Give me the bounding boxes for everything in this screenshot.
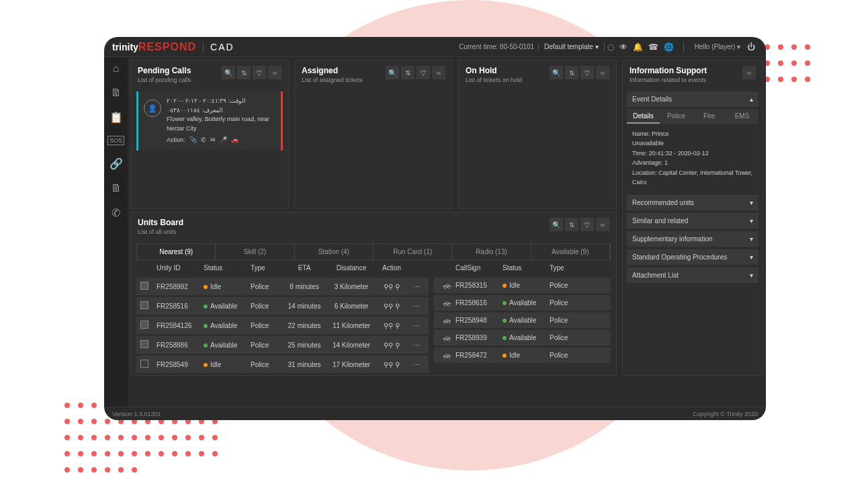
- sort-icon[interactable]: ⇅: [237, 66, 251, 79]
- tab-details[interactable]: Details: [627, 110, 660, 124]
- tab-police[interactable]: Police: [660, 110, 693, 124]
- call-card[interactable]: 👤 الوقت: ٢٠:٤١:٣٩ - ١٢-٠٢-٢٠٢٠ المعرف: ٠…: [136, 91, 283, 151]
- table-row[interactable]: 🚓 FR258616 Available Police: [434, 295, 611, 311]
- locate-icon[interactable]: ⚲: [395, 341, 400, 349]
- bulb-icon[interactable]: ◌: [605, 42, 617, 52]
- table-row[interactable]: 🚓 FR258939 Available Police: [434, 330, 611, 346]
- table-row[interactable]: 🚓 FR258315 Idle Police: [434, 278, 611, 293]
- user-greeting[interactable]: Hello (Player) ▾: [691, 43, 744, 50]
- tab-skill[interactable]: Skill (2): [216, 244, 294, 259]
- tab-radio[interactable]: Radio (13): [452, 244, 531, 259]
- search-icon[interactable]: 🔍: [550, 66, 563, 79]
- tab-fire[interactable]: Fire: [693, 110, 726, 124]
- locate-icon[interactable]: ⚲: [395, 283, 400, 290]
- version: Version 1.3.01301: [112, 411, 161, 417]
- table-row[interactable]: FR258992 Idle Police 8 minutes 3 Kilomet…: [136, 278, 429, 295]
- table-row[interactable]: 🚓 FR258948 Available Police: [434, 313, 611, 328]
- more-icon[interactable]: ⋯: [408, 341, 425, 349]
- more-icon[interactable]: ⋯: [408, 302, 425, 310]
- panel-onhold: On Hold List of tickets on hold 🔍 ⇅ ▽ ‹‹: [458, 60, 617, 209]
- table-row[interactable]: FR258886 Available Police 25 minutes 14 …: [136, 336, 429, 354]
- link-icon[interactable]: 🔗: [110, 157, 123, 170]
- onhold-title: On Hold: [466, 66, 550, 75]
- power-icon[interactable]: ⏻: [744, 42, 758, 52]
- acc-recommended[interactable]: Recommended units▾: [627, 195, 758, 210]
- col-status: Status: [503, 264, 550, 272]
- checkbox[interactable]: [140, 301, 148, 309]
- acc-event[interactable]: Event Details▴: [627, 91, 758, 107]
- checkbox[interactable]: [140, 340, 148, 348]
- attach-icon[interactable]: 📎: [189, 136, 197, 145]
- filter-icon[interactable]: ▽: [580, 66, 594, 79]
- search-icon[interactable]: 🔍: [222, 66, 235, 79]
- acc-attachment[interactable]: Attachment List▾: [627, 268, 758, 283]
- call-address: Flower valley, Butterly main road, near …: [167, 115, 275, 133]
- route-icon[interactable]: ⚲⚲: [384, 361, 393, 368]
- doc-add-icon[interactable]: 🗎: [111, 87, 122, 99]
- assigned-subtitle: List of assigned tickets: [302, 77, 386, 83]
- table-row[interactable]: FR2584126 Available Police 22 minutes 11…: [136, 317, 429, 334]
- logo-cad: CAD: [210, 42, 234, 52]
- call-time: الوقت: ٢٠:٤١:٣٩ - ١٢-٠٢-٢٠٢٠: [167, 97, 275, 106]
- table-row[interactable]: FR258516 Available Police 14 minutes 6 K…: [136, 297, 429, 315]
- sos-icon[interactable]: SOS: [107, 136, 124, 145]
- sort-icon[interactable]: ⇅: [565, 218, 578, 231]
- vehicle-icon[interactable]: 🚗: [231, 136, 238, 145]
- more-icon[interactable]: ⋯: [408, 283, 425, 290]
- table-row[interactable]: FR258549 Idle Police 31 minutes 17 Kilom…: [136, 356, 429, 373]
- filter-icon[interactable]: ▽: [417, 66, 430, 79]
- mail-icon[interactable]: ✉: [210, 136, 216, 145]
- sort-icon[interactable]: ⇅: [401, 66, 415, 79]
- tab-runcard[interactable]: Run Card (1): [374, 244, 452, 259]
- collapse-icon[interactable]: ‹‹: [432, 66, 445, 79]
- filter-icon[interactable]: ▽: [580, 218, 594, 231]
- locate-icon[interactable]: ⚲: [395, 322, 400, 329]
- template-dropdown[interactable]: Default template ▾: [538, 43, 605, 50]
- units-table-right: CallSign Status Type 🚓 FR258315 Idle Pol…: [434, 260, 611, 375]
- doc-export-icon[interactable]: 🗎: [111, 182, 122, 194]
- call-icon[interactable]: ✆: [112, 206, 120, 219]
- collapse-icon[interactable]: ‹‹: [268, 66, 281, 79]
- event-tabs: Details Police Fire EMS: [627, 110, 758, 124]
- route-icon[interactable]: ⚲⚲: [384, 322, 393, 329]
- search-icon[interactable]: 🔍: [550, 218, 563, 231]
- globe-icon[interactable]: 🌐: [661, 42, 677, 52]
- locate-icon[interactable]: ⚲: [395, 361, 400, 368]
- collapse-icon[interactable]: ‹‹: [742, 66, 756, 79]
- checkbox[interactable]: [140, 360, 148, 368]
- chevron-down-icon: ▾: [750, 253, 753, 261]
- sort-icon[interactable]: ⇅: [565, 66, 578, 79]
- collapse-icon[interactable]: ‹‹: [596, 66, 609, 79]
- phone-action-icon[interactable]: ✆: [201, 136, 206, 145]
- acc-similar[interactable]: Similar and related▾: [627, 213, 758, 229]
- tab-ems[interactable]: EMS: [726, 110, 758, 124]
- route-icon[interactable]: ⚲⚲: [384, 302, 393, 310]
- assigned-title: Assigned: [302, 66, 386, 75]
- checkbox[interactable]: [140, 321, 148, 329]
- route-icon[interactable]: ⚲⚲: [384, 283, 393, 290]
- tab-available[interactable]: Available (9): [531, 244, 610, 259]
- route-icon[interactable]: ⚲⚲: [384, 341, 393, 349]
- filter-icon[interactable]: ▽: [253, 66, 266, 79]
- search-icon[interactable]: 🔍: [386, 66, 399, 79]
- col-type: Type: [251, 264, 281, 272]
- tab-nearest[interactable]: Nearest (9): [137, 244, 216, 259]
- clipboard-icon[interactable]: 📋: [110, 111, 123, 124]
- collapse-icon[interactable]: ‹‹: [596, 218, 609, 231]
- acc-sop[interactable]: Standard Operating Procedures▾: [627, 249, 758, 265]
- more-icon[interactable]: ⋯: [408, 322, 425, 329]
- home-icon[interactable]: ⌂: [113, 63, 120, 75]
- phone-icon[interactable]: ☎: [646, 42, 661, 52]
- locate-icon[interactable]: ⚲: [395, 302, 400, 310]
- acc-supplementary[interactable]: Supplementary information▾: [627, 231, 758, 247]
- eye-icon[interactable]: 👁: [617, 42, 630, 52]
- units-board: Units Board List of all units 🔍 ⇅ ▽ ‹‹: [130, 212, 617, 376]
- bell-icon[interactable]: 🔔: [630, 42, 646, 52]
- table-row[interactable]: 🚓 FR258472 Idle Police: [434, 348, 611, 363]
- tab-station[interactable]: Station (4): [295, 244, 374, 259]
- avatar-icon: 👤: [144, 99, 161, 117]
- more-icon[interactable]: ⋯: [408, 361, 425, 368]
- checkbox[interactable]: [140, 282, 148, 290]
- mic-icon[interactable]: 🎤: [220, 136, 227, 145]
- chevron-up-icon: ▴: [750, 95, 753, 103]
